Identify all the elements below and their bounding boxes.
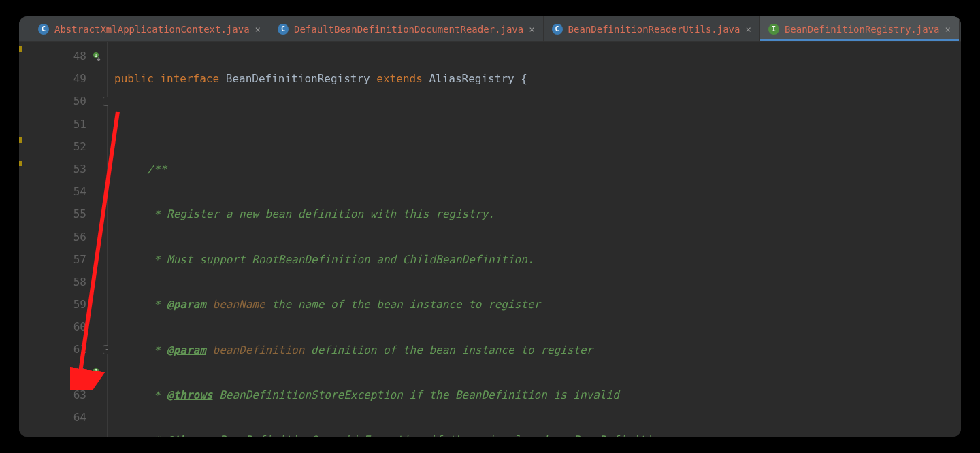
line-number: 53: [19, 158, 107, 180]
type-name: BeanDefinitionRegistry: [226, 72, 370, 85]
tab-bean-reader-utils[interactable]: C BeanDefinitionReaderUtils.java ×: [544, 16, 760, 41]
javadoc-param: beanName: [206, 298, 265, 311]
line-number: 59: [19, 293, 107, 316]
javadoc: * Must support RootBeanDefinition and Ch…: [147, 253, 534, 266]
line-number: 49: [19, 67, 107, 90]
line-number: 48 I: [19, 45, 107, 67]
javadoc-ref: BeanDefinitionStoreException: [213, 388, 403, 401]
javadoc-tag: @throws: [167, 433, 212, 437]
line-number: 63: [19, 384, 107, 406]
tab-label: AbstractXmlApplicationContext.java: [54, 24, 250, 35]
javadoc: * Register a new bean definition with th…: [147, 207, 495, 220]
gutter: 48 I 49 50 − 51 52 53 54 55 56 57 58 59 …: [19, 42, 108, 437]
tab-label: BeanDefinitionReaderUtils.java: [568, 24, 740, 35]
javadoc: *: [147, 433, 167, 437]
ide-window: C AbstractXmlApplicationContext.java × C…: [19, 16, 961, 437]
javadoc: if the BeanDefinition is invalid: [403, 388, 619, 401]
close-icon[interactable]: ×: [255, 24, 261, 35]
class-icon: C: [278, 24, 289, 35]
javadoc-tag: @throws: [167, 388, 212, 401]
line-number: 55: [19, 203, 107, 225]
class-icon: C: [552, 24, 563, 35]
javadoc-tag: @param: [167, 298, 206, 311]
keyword: public: [114, 72, 154, 85]
code-pane[interactable]: public interface BeanDefinitionRegistry …: [108, 42, 961, 437]
class-icon: C: [38, 24, 49, 35]
javadoc: *: [147, 388, 167, 401]
javadoc-ref: BeanDefinitionOverrideException: [213, 433, 423, 437]
editor-tabbar: C AbstractXmlApplicationContext.java × C…: [19, 16, 961, 42]
tab-abstract-xml[interactable]: C AbstractXmlApplicationContext.java ×: [30, 16, 270, 41]
implementations-icon[interactable]: I: [92, 367, 103, 378]
line-number: 50 −: [19, 90, 107, 112]
svg-text:I: I: [95, 369, 97, 374]
svg-text:I: I: [95, 53, 97, 58]
tab-label: DefaultBeanDefinitionDocumentReader.java: [294, 24, 523, 35]
line-number: 52: [19, 135, 107, 158]
javadoc-tag: @param: [167, 343, 206, 356]
line-number: 64: [19, 406, 107, 429]
implementations-icon[interactable]: I: [92, 51, 103, 62]
tab-label: BeanDefinitionRegistry.java: [785, 24, 940, 35]
interface-icon: I: [768, 24, 779, 35]
line-number: 57: [19, 248, 107, 271]
line-number: 61 −: [19, 338, 107, 360]
keyword: interface: [160, 72, 219, 85]
javadoc: /**: [147, 163, 167, 175]
line-number: 58: [19, 271, 107, 293]
line-number: 56: [19, 226, 107, 248]
javadoc: the name of the bean instance to registe…: [265, 298, 541, 311]
line-number: 62 I: [19, 361, 107, 384]
javadoc: definition of the bean instance to regis…: [304, 343, 593, 356]
tab-bean-def-registry[interactable]: I BeanDefinitionRegistry.java ×: [760, 16, 960, 41]
close-icon[interactable]: ×: [745, 24, 751, 35]
editor-area: 48 I 49 50 − 51 52 53 54 55 56 57 58 59 …: [19, 42, 961, 437]
close-icon[interactable]: ×: [529, 24, 534, 35]
line-number: 51: [19, 113, 107, 135]
keyword: extends: [376, 72, 422, 85]
brace: {: [514, 72, 527, 85]
close-icon[interactable]: ×: [945, 24, 951, 35]
javadoc-param: beanDefinition: [206, 343, 305, 356]
javadoc: *: [147, 298, 167, 311]
line-number: 60: [19, 316, 107, 338]
javadoc: if there is already a BeanDefinition: [423, 433, 665, 437]
javadoc: *: [147, 343, 167, 356]
line-number: 54: [19, 180, 107, 203]
tab-default-bean-reader[interactable]: C DefaultBeanDefinitionDocumentReader.ja…: [270, 16, 544, 41]
type-name: AliasRegistry: [429, 72, 514, 85]
